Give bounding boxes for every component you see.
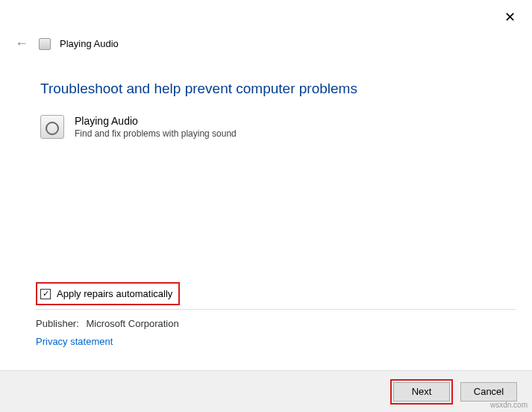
next-button[interactable]: Next [393,382,450,402]
content-area: Troubleshoot and help prevent computer p… [40,81,510,139]
publisher-info: Publisher: Microsoft Corporation [36,318,179,329]
troubleshooter-row: Playing Audio Find and fix problems with… [40,115,510,139]
publisher-label: Publisher: [36,318,79,329]
footer-bar: Next Cancel [0,370,532,412]
audio-icon [40,115,64,139]
window-title: Playing Audio [60,38,119,49]
next-button-highlight: Next [390,379,453,405]
publisher-value: Microsoft Corporation [86,318,178,329]
cancel-button[interactable]: Cancel [460,382,517,402]
troubleshooter-title: Playing Audio [75,115,237,127]
header: ← Playing Audio [13,34,119,53]
close-button[interactable]: ✕ [498,6,522,28]
troubleshooter-description: Find and fix problems with playing sound [75,128,237,139]
apply-repairs-checkbox[interactable]: ✓ [40,289,51,299]
privacy-statement-link[interactable]: Privacy statement [36,336,113,347]
apply-repairs-label: Apply repairs automatically [57,288,172,299]
watermark: wsxdn.com [490,401,528,409]
page-heading: Troubleshoot and help prevent computer p… [40,81,510,97]
back-arrow-icon[interactable]: ← [13,34,30,53]
divider [36,309,516,310]
troubleshooter-icon [39,38,51,50]
apply-repairs-option[interactable]: ✓ Apply repairs automatically [36,282,180,305]
